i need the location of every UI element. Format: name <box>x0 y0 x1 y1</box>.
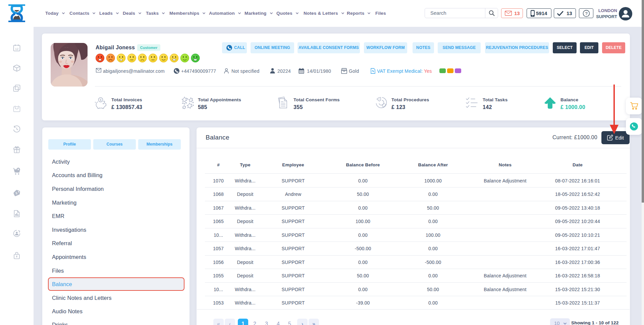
svg-text:$: $ <box>100 98 102 102</box>
svg-text:?: ? <box>585 11 587 16</box>
svg-text:12: 12 <box>15 47 18 51</box>
